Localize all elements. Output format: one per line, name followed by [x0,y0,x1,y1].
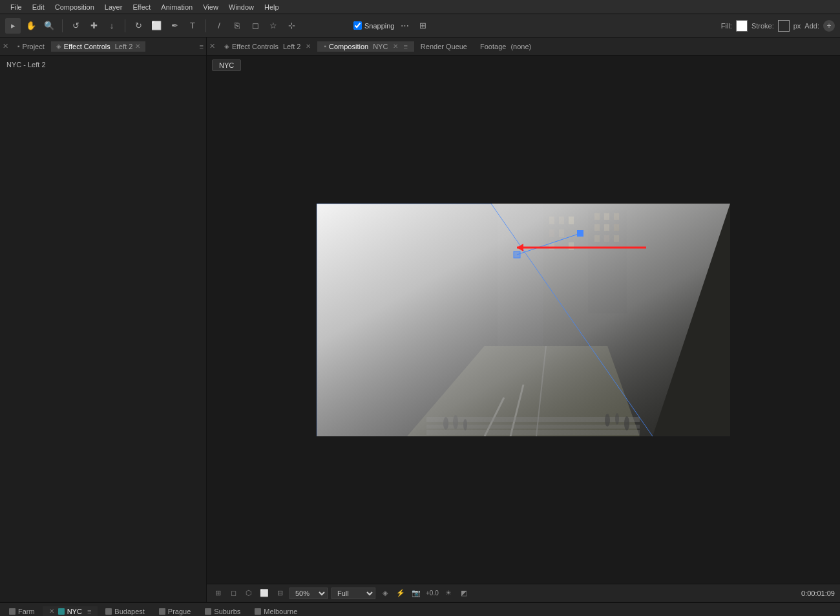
footage-tab-label: Footage [480,43,506,50]
bottom-panel: Farm ✕ NYC ≡ Budapest Prague Suburbs Mel… [0,602,840,616]
rotate-cw-tool[interactable]: ↻ [131,18,146,34]
tab-budapest[interactable]: Budapest [99,606,151,617]
tab-footage[interactable]: Footage (none) [474,41,538,52]
fill-stroke-area: Fill: Stroke: px Add: + [721,20,835,32]
svg-rect-39 [514,251,520,258]
nyc-mini-tab: NYC [212,59,241,71]
safe-frames-icon[interactable]: ⬜ [258,588,270,599]
grid-icon[interactable]: ⊞ [212,588,224,599]
rect-tool[interactable]: ⬜ [149,18,164,34]
comp-timecode: 0:00:01:09 [801,589,835,597]
main-layout: ✕ ▪ Project ◈ Effect Controls Left 2 ✕ ≡… [0,37,840,602]
eraser-tool[interactable]: ◻ [247,18,263,34]
align-tool[interactable]: ⊞ [415,18,431,34]
preview-canvas [317,204,730,436]
tab-melbourne[interactable]: Melbourne [248,606,304,617]
nyc-tab-menu[interactable]: ≡ [87,608,91,615]
panel-close-btn[interactable]: ✕ [3,42,8,50]
menu-help[interactable]: Help [259,2,284,12]
menu-edit[interactable]: Edit [27,2,50,12]
comp-tabs-row: Farm ✕ NYC ≡ Budapest Prague Suburbs Mel… [0,603,840,616]
comp-panel-close[interactable]: ✕ [209,42,215,50]
tab-farm[interactable]: Farm [3,606,41,617]
budapest-tab-label: Budapest [114,608,144,615]
snapping-checkbox[interactable] [353,21,362,30]
comp-tab-menu[interactable]: ≡ [403,43,407,50]
preview-icon[interactable]: ◻ [227,588,239,599]
brush-tool[interactable]: / [211,18,227,34]
roto-tool[interactable]: ⊹ [284,18,299,34]
text-tool[interactable]: T [185,18,200,34]
px-label: px [793,22,801,30]
prague-tab-dot [159,608,165,615]
hand-tool[interactable]: ✋ [23,18,39,34]
menu-view[interactable]: View [198,2,224,12]
left-panel: ✕ ▪ Project ◈ Effect Controls Left 2 ✕ ≡… [0,37,207,602]
tab-composition-nyc[interactable]: ▪ Composition NYC ✕ ≡ [317,41,414,52]
farm-tab-dot [9,608,16,615]
puppet-tool[interactable]: ☆ [266,18,281,34]
comp-tab-subtitle: NYC [373,43,388,50]
pen-tool[interactable]: ✒ [167,18,182,34]
prague-tab-label: Prague [168,608,191,615]
zoom-select[interactable]: 50% 25% 100% [289,588,328,599]
nyc-tab-close[interactable]: ✕ [49,608,54,615]
svg-rect-38 [577,230,583,237]
effect-controls-close[interactable]: ✕ [135,43,140,50]
tab-render-queue[interactable]: Render Queue [414,41,474,52]
left-panel-tabs: ✕ ▪ Project ◈ Effect Controls Left 2 ✕ ≡ [0,37,206,56]
exposure-icon[interactable]: ☀ [443,588,454,599]
nyc-tab-dot [58,608,65,615]
tab-prague[interactable]: Prague [152,606,197,617]
nyc-tab-label: NYC [67,608,82,615]
transparency-icon[interactable]: ◩ [458,588,470,599]
tab-nyc-bottom[interactable]: ✕ NYC ≡ [43,606,98,617]
melbourne-tab-label: Melbourne [264,608,297,615]
clone-tool[interactable]: ⎘ [229,18,245,34]
ec-tab-close[interactable]: ✕ [306,43,311,50]
comp-controls: ⊞ ◻ ⬡ ⬜ ⊟ 50% 25% 100% Full Half Quarter… [207,584,840,602]
tab-effect-controls[interactable]: ◈ Effect Controls Left 2 ✕ [218,41,317,52]
snap-options[interactable]: ⋯ [397,18,413,34]
main-toolbar: ▸ ✋ 🔍 ↺ ✚ ↓ ↻ ⬜ ✒ T / ⎘ ◻ ☆ ⊹ Snapping ⋯… [0,14,840,37]
stroke-color[interactable] [778,20,790,32]
panel-menu-icon[interactable]: ≡ [200,43,204,50]
toolbar-separator-1 [62,19,63,32]
menu-effect[interactable]: Effect [127,2,156,12]
budapest-tab-dot [105,608,112,615]
rotate-ccw-tool[interactable]: ↺ [68,18,83,34]
project-tab-label: Project [23,43,45,50]
region-icon[interactable]: ⬡ [243,588,255,599]
menu-file[interactable]: File [5,2,27,12]
comp-view[interactable]: NYC [207,56,840,584]
effect-controls-label: Effect Controls [64,43,110,50]
select-tool[interactable]: ▸ [5,18,21,34]
project-item-label: NYC - Left 2 [4,59,202,70]
menu-window[interactable]: Window [224,2,259,12]
menu-animation[interactable]: Animation [156,2,198,12]
add-label: Add: [804,22,819,30]
menu-layer[interactable]: Layer [100,2,128,12]
zoom-tool[interactable]: 🔍 [41,18,57,34]
suburbs-tab-label: Suburbs [214,608,240,615]
project-tab[interactable]: ▪ Project [12,41,50,52]
fast-preview-icon[interactable]: ⚡ [395,588,406,599]
tab-suburbs[interactable]: Suburbs [198,606,247,617]
add-vertex-tool[interactable]: ✚ [86,18,101,34]
camera-icon[interactable]: 📷 [410,588,422,599]
ec-tab-label: Effect Controls [232,43,278,50]
add-dropdown[interactable]: + [823,20,835,32]
fill-color[interactable] [736,20,748,32]
guides-icon[interactable]: ⊟ [274,588,286,599]
comp-tab-close[interactable]: ✕ [393,43,398,50]
orbit-tool[interactable]: ↓ [104,18,120,34]
color-depth-icon[interactable]: ◈ [379,588,391,599]
stroke-label: Stroke: [751,22,774,30]
ec-tab-subtitle: Left 2 [283,43,301,50]
footage-tab-subtitle: (none) [510,43,531,50]
effect-controls-tab[interactable]: ◈ Effect Controls Left 2 ✕ [51,41,145,52]
quality-select[interactable]: Full Half Quarter [331,588,375,599]
right-area: ✕ ◈ Effect Controls Left 2 ✕ ▪ Compositi… [207,37,840,602]
snapping-label: Snapping [364,22,395,30]
menu-composition[interactable]: Composition [50,2,100,12]
